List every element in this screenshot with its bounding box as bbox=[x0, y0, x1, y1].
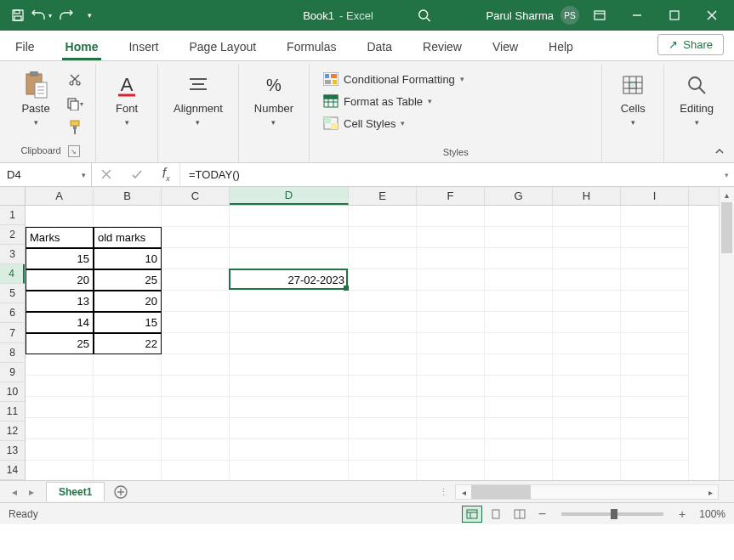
cell-A11[interactable] bbox=[26, 418, 94, 439]
cell-E7[interactable] bbox=[349, 333, 417, 354]
col-header-G[interactable]: G bbox=[485, 187, 553, 205]
col-header-F[interactable]: F bbox=[417, 187, 485, 205]
cell-G13[interactable] bbox=[485, 461, 553, 480]
cell-D9[interactable] bbox=[230, 376, 349, 397]
cell-A2[interactable]: Marks bbox=[26, 227, 94, 248]
cell-D11[interactable] bbox=[230, 418, 349, 439]
cell-A9[interactable] bbox=[26, 376, 94, 397]
cells-button[interactable]: Cells ▾ bbox=[611, 66, 655, 130]
col-header-A[interactable]: A bbox=[26, 187, 94, 205]
customize-qat-icon[interactable]: ▾ bbox=[78, 4, 100, 26]
cell-A5[interactable]: 13 bbox=[26, 291, 94, 312]
cell-F7[interactable] bbox=[417, 333, 485, 354]
cell-D4[interactable]: 27-02-2023 bbox=[230, 269, 349, 291]
cell-E1[interactable] bbox=[349, 206, 417, 227]
cell-B4[interactable]: 25 bbox=[94, 269, 162, 291]
cell-G5[interactable] bbox=[485, 291, 553, 312]
row-header-6[interactable]: 6 bbox=[0, 303, 25, 323]
cell-styles-button[interactable]: Cell Styles ▾ bbox=[320, 114, 468, 133]
format-painter-button[interactable] bbox=[63, 117, 87, 138]
share-button[interactable]: ↗ Share bbox=[657, 34, 724, 55]
scroll-right-icon[interactable]: ▸ bbox=[703, 488, 718, 497]
cell-C9[interactable] bbox=[162, 376, 230, 397]
cell-A6[interactable]: 14 bbox=[26, 312, 94, 333]
sheet-nav-prev-icon[interactable]: ◂ bbox=[7, 486, 22, 498]
expand-formula-bar-icon[interactable]: ▾ bbox=[725, 171, 729, 179]
copy-button[interactable]: ▾ bbox=[63, 93, 87, 114]
cell-C8[interactable] bbox=[162, 354, 230, 376]
cell-H8[interactable] bbox=[553, 354, 621, 376]
col-header-D[interactable]: D bbox=[230, 187, 349, 205]
ribbon-display-icon[interactable] bbox=[583, 0, 617, 31]
cell-E6[interactable] bbox=[349, 312, 417, 333]
search-icon[interactable] bbox=[418, 8, 431, 22]
cell-G1[interactable] bbox=[485, 206, 553, 227]
cell-C4[interactable] bbox=[162, 269, 230, 291]
maximize-icon[interactable] bbox=[657, 0, 691, 31]
name-box[interactable]: D4 ▾ bbox=[0, 163, 92, 186]
save-icon[interactable] bbox=[7, 4, 29, 26]
cell-H12[interactable] bbox=[553, 439, 621, 461]
cell-B8[interactable] bbox=[94, 354, 162, 376]
cell-F3[interactable] bbox=[417, 248, 485, 269]
zoom-slider[interactable] bbox=[561, 512, 663, 516]
cell-I13[interactable] bbox=[621, 461, 689, 480]
cancel-formula-icon[interactable] bbox=[101, 167, 111, 183]
cell-G7[interactable] bbox=[485, 333, 553, 354]
normal-view-button[interactable] bbox=[462, 506, 482, 523]
row-header-13[interactable]: 13 bbox=[0, 441, 25, 461]
row-header-9[interactable]: 9 bbox=[0, 363, 25, 382]
cell-B2[interactable]: old marks bbox=[94, 227, 162, 248]
cell-I11[interactable] bbox=[621, 418, 689, 439]
cell-D8[interactable] bbox=[230, 354, 349, 376]
alignment-button[interactable]: Alignment ▾ bbox=[167, 66, 230, 130]
cell-E12[interactable] bbox=[349, 439, 417, 461]
scroll-left-icon[interactable]: ◂ bbox=[456, 488, 471, 497]
cell-B11[interactable] bbox=[94, 418, 162, 439]
tab-formulas[interactable]: Formulas bbox=[283, 35, 339, 60]
tab-insert[interactable]: Insert bbox=[125, 35, 162, 60]
cell-G12[interactable] bbox=[485, 439, 553, 461]
horizontal-scrollbar[interactable]: ◂ ▸ bbox=[455, 484, 719, 500]
cell-E2[interactable] bbox=[349, 227, 417, 248]
cell-D3[interactable] bbox=[230, 248, 349, 269]
cell-I10[interactable] bbox=[621, 397, 689, 418]
tab-help[interactable]: Help bbox=[545, 35, 577, 60]
cell-C1[interactable] bbox=[162, 206, 230, 227]
conditional-formatting-button[interactable]: Conditional Formatting ▾ bbox=[320, 70, 468, 88]
cell-B1[interactable] bbox=[94, 206, 162, 227]
cell-F4[interactable] bbox=[417, 269, 485, 291]
cell-H13[interactable] bbox=[553, 461, 621, 480]
cell-I7[interactable] bbox=[621, 333, 689, 354]
cell-A8[interactable] bbox=[26, 354, 94, 376]
cell-E11[interactable] bbox=[349, 418, 417, 439]
cell-I1[interactable] bbox=[621, 206, 689, 227]
cell-C10[interactable] bbox=[162, 397, 230, 418]
cell-C5[interactable] bbox=[162, 291, 230, 312]
cell-G6[interactable] bbox=[485, 312, 553, 333]
cell-C7[interactable] bbox=[162, 333, 230, 354]
zoom-in-button[interactable]: + bbox=[674, 507, 691, 521]
user-name[interactable]: Parul Sharma bbox=[486, 9, 554, 22]
row-header-4[interactable]: 4 bbox=[0, 264, 25, 284]
row-header-10[interactable]: 10 bbox=[0, 382, 25, 402]
zoom-out-button[interactable]: − bbox=[533, 506, 551, 522]
cell-F12[interactable] bbox=[417, 439, 485, 461]
collapse-ribbon-icon[interactable] bbox=[712, 144, 727, 159]
cell-H9[interactable] bbox=[553, 376, 621, 397]
sheet-tab-sheet1[interactable]: Sheet1 bbox=[46, 482, 105, 501]
format-as-table-button[interactable]: Format as Table ▾ bbox=[320, 92, 468, 110]
cell-H2[interactable] bbox=[553, 227, 621, 248]
cell-I9[interactable] bbox=[621, 376, 689, 397]
cell-H3[interactable] bbox=[553, 248, 621, 269]
page-layout-view-button[interactable] bbox=[486, 506, 506, 523]
dialog-launcher-icon[interactable]: ↘ bbox=[68, 145, 80, 157]
select-all-corner[interactable] bbox=[0, 187, 26, 206]
cell-G8[interactable] bbox=[485, 354, 553, 376]
cell-G2[interactable] bbox=[485, 227, 553, 248]
cell-G11[interactable] bbox=[485, 418, 553, 439]
undo-icon[interactable]: ▾ bbox=[31, 4, 53, 26]
row-header-14[interactable]: 14 bbox=[0, 461, 25, 480]
col-header-C[interactable]: C bbox=[162, 187, 230, 205]
cell-B7[interactable]: 22 bbox=[94, 333, 162, 354]
